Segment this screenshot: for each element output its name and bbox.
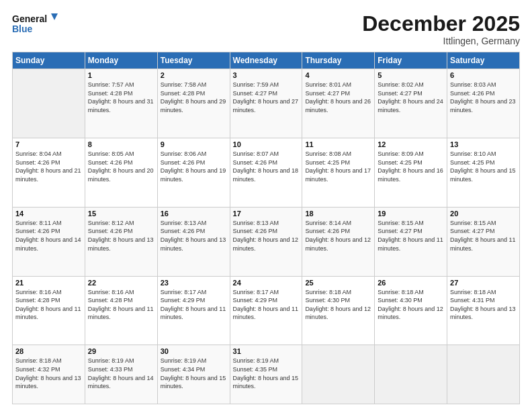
table-row xyxy=(302,345,375,404)
col-saturday: Saturday xyxy=(447,52,520,69)
svg-text:General: General xyxy=(12,13,47,24)
table-row: 18Sunrise: 8:14 AMSunset: 4:26 PMDayligh… xyxy=(302,207,375,276)
table-row: 11Sunrise: 8:08 AMSunset: 4:25 PMDayligh… xyxy=(302,138,375,207)
table-row: 7Sunrise: 8:04 AMSunset: 4:26 PMDaylight… xyxy=(13,138,85,207)
table-row: 5Sunrise: 8:02 AMSunset: 4:27 PMDaylight… xyxy=(375,69,447,138)
table-row: 22Sunrise: 8:16 AMSunset: 4:28 PMDayligh… xyxy=(85,276,157,345)
col-wednesday: Wednesday xyxy=(230,52,302,69)
table-row: 20Sunrise: 8:15 AMSunset: 4:27 PMDayligh… xyxy=(447,207,520,276)
table-row: 12Sunrise: 8:09 AMSunset: 4:25 PMDayligh… xyxy=(375,138,447,207)
table-row xyxy=(13,69,85,138)
table-row: 9Sunrise: 8:06 AMSunset: 4:26 PMDaylight… xyxy=(157,138,230,207)
table-row: 10Sunrise: 8:07 AMSunset: 4:26 PMDayligh… xyxy=(230,138,302,207)
table-row: 17Sunrise: 8:13 AMSunset: 4:26 PMDayligh… xyxy=(230,207,302,276)
table-row: 13Sunrise: 8:10 AMSunset: 4:25 PMDayligh… xyxy=(447,138,520,207)
table-row xyxy=(375,345,447,404)
table-row: 26Sunrise: 8:18 AMSunset: 4:30 PMDayligh… xyxy=(375,276,447,345)
table-row: 1Sunrise: 7:57 AMSunset: 4:28 PMDaylight… xyxy=(85,69,157,138)
table-row: 2Sunrise: 7:58 AMSunset: 4:28 PMDaylight… xyxy=(157,69,230,138)
table-row: 31Sunrise: 8:19 AMSunset: 4:35 PMDayligh… xyxy=(230,345,302,404)
col-friday: Friday xyxy=(375,52,447,69)
title-block: December 2025 Ittlingen, Germany xyxy=(362,12,520,46)
table-row: 8Sunrise: 8:05 AMSunset: 4:26 PMDaylight… xyxy=(85,138,157,207)
table-row: 4Sunrise: 8:01 AMSunset: 4:27 PMDaylight… xyxy=(302,69,375,138)
col-thursday: Thursday xyxy=(302,52,375,69)
table-row: 19Sunrise: 8:15 AMSunset: 4:27 PMDayligh… xyxy=(375,207,447,276)
page: General Blue December 2025 Ittlingen, Ge… xyxy=(0,0,532,411)
table-row: 21Sunrise: 8:16 AMSunset: 4:28 PMDayligh… xyxy=(13,276,85,345)
table-row: 27Sunrise: 8:18 AMSunset: 4:31 PMDayligh… xyxy=(447,276,520,345)
table-row: 3Sunrise: 7:59 AMSunset: 4:27 PMDaylight… xyxy=(230,69,302,138)
table-row: 30Sunrise: 8:19 AMSunset: 4:34 PMDayligh… xyxy=(157,345,230,404)
table-row: 25Sunrise: 8:18 AMSunset: 4:30 PMDayligh… xyxy=(302,276,375,345)
col-tuesday: Tuesday xyxy=(157,52,230,69)
logo: General Blue xyxy=(12,12,59,36)
svg-marker-2 xyxy=(51,13,58,20)
col-sunday: Sunday xyxy=(13,52,85,69)
svg-text:Blue: Blue xyxy=(12,24,33,34)
table-row: 23Sunrise: 8:17 AMSunset: 4:29 PMDayligh… xyxy=(157,276,230,345)
table-row: 6Sunrise: 8:03 AMSunset: 4:26 PMDaylight… xyxy=(447,69,520,138)
table-row: 29Sunrise: 8:19 AMSunset: 4:33 PMDayligh… xyxy=(85,345,157,404)
logo-svg: General Blue xyxy=(12,12,59,36)
month-title: December 2025 xyxy=(362,12,520,36)
col-monday: Monday xyxy=(85,52,157,69)
header: General Blue December 2025 Ittlingen, Ge… xyxy=(12,12,520,46)
location: Ittlingen, Germany xyxy=(362,36,520,46)
calendar: Sunday Monday Tuesday Wednesday Thursday… xyxy=(12,52,520,404)
table-row: 24Sunrise: 8:17 AMSunset: 4:29 PMDayligh… xyxy=(230,276,302,345)
table-row xyxy=(447,345,520,404)
table-row: 28Sunrise: 8:18 AMSunset: 4:32 PMDayligh… xyxy=(13,345,85,404)
table-row: 14Sunrise: 8:11 AMSunset: 4:26 PMDayligh… xyxy=(13,207,85,276)
table-row: 16Sunrise: 8:13 AMSunset: 4:26 PMDayligh… xyxy=(157,207,230,276)
header-row: Sunday Monday Tuesday Wednesday Thursday… xyxy=(13,52,520,69)
table-row: 15Sunrise: 8:12 AMSunset: 4:26 PMDayligh… xyxy=(85,207,157,276)
